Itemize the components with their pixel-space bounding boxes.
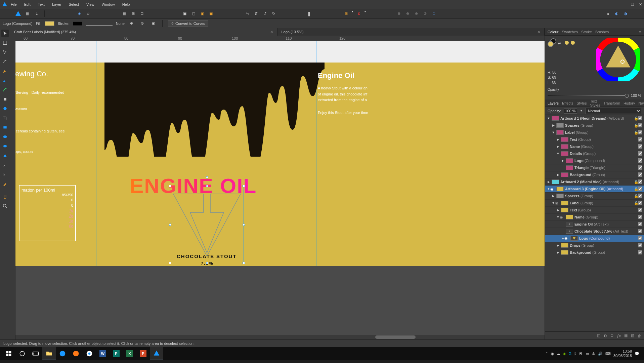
layer-visibility-checkbox[interactable] [638,187,643,192]
canvas[interactable]: rewing Co. s/Serving - Daily recommended… [10,41,545,339]
layer-expand-arrow[interactable]: ▶ [547,180,550,184]
synchronize-defaults-icon[interactable]: ◈ [76,10,83,17]
tray-bluetooth-icon[interactable]: ᛒ [574,352,576,356]
node-tool[interactable] [1,48,9,56]
opacity-value[interactable]: 100 % [631,93,641,97]
edit-all-layers-icon[interactable]: ◫ [597,333,600,338]
panel-menu-icon[interactable]: ≡ [639,30,641,34]
view-pan-tool[interactable] [1,193,9,200]
layer-row[interactable]: ▼◉Artboard 3 (Engine Oil) (Artboard)🔒 [545,186,644,193]
tab-transform[interactable]: Transform [603,101,620,105]
layer-row[interactable]: ▶Background (Group) [545,171,644,178]
taskbar-explorer-icon[interactable] [42,347,56,360]
taskbar-chrome-icon[interactable] [83,347,96,360]
crop-tool[interactable] [1,114,9,122]
taskbar-word-icon[interactable]: W [96,347,110,360]
tray-logitech-icon[interactable]: G [568,352,571,356]
tab-styles[interactable]: Styles [576,101,587,105]
selection-handle[interactable] [206,262,208,264]
horizontal-scrollbar[interactable] [15,335,545,339]
layer-expand-arrow[interactable]: ▼ [547,187,550,191]
layer-row[interactable]: ▶Background (Group) [545,249,644,256]
transform-origin-icon[interactable]: ▣ [149,20,157,27]
tab-swatches[interactable]: Swatches [562,30,578,34]
add-layer-icon[interactable]: ▦ [624,333,628,338]
layer-lock-icon[interactable]: 🔒 [634,123,638,128]
order-forward-icon[interactable]: ▣ [199,10,206,17]
menu-window[interactable]: Window [102,2,115,6]
selection-handle[interactable] [243,224,245,226]
selection-handle[interactable] [243,262,245,264]
tray-nvidia-icon[interactable]: ◈ [563,352,566,356]
layer-visibility-checkbox[interactable] [638,130,643,135]
tray-volume-icon[interactable]: 🔊 [598,352,603,356]
snap-magnet-icon[interactable]: ⊻ [355,10,362,17]
app-persona-icon[interactable] [15,10,22,17]
layer-row[interactable]: ▶Spacers (Group)🔒 [545,193,644,200]
document-tab[interactable]: Logo (13.5%) ✕ [277,28,545,36]
move-tool[interactable] [1,30,9,37]
layer-visibility-checkbox[interactable] [638,144,643,149]
tab-brushes[interactable]: Brushes [595,30,609,34]
layer-row[interactable]: ▶Logo (Compound) [545,157,644,164]
layer-expand-arrow[interactable]: ▶ [556,145,560,148]
rotate-cw-icon[interactable]: ↻ [270,10,277,17]
layer-target-icon[interactable]: ◉ [550,187,555,191]
shape-ellipse-tool[interactable] [1,133,9,140]
layer-expand-arrow[interactable]: ▼ [556,152,560,155]
layer-row[interactable]: Triangle (Triangle) [545,164,644,171]
tray-language-icon[interactable]: ⌨ [605,352,611,356]
align-left-icon[interactable]: ▌ [306,10,313,17]
layer-row[interactable]: ▶Artboard 2 (Miami Vice) (Artboard)🔒 [545,178,644,186]
layer-row[interactable]: ▶Name (Group) [545,143,644,150]
layer-lock-icon[interactable]: 🔒 [634,180,638,184]
layer-visibility-checkbox[interactable] [638,250,643,255]
menu-edit[interactable]: Edit [24,2,31,6]
taskbar-edge-icon[interactable] [56,347,69,360]
shape-rounded-tool[interactable] [1,143,9,150]
stroke-width-value[interactable]: None [116,22,125,26]
layer-visibility-checkbox[interactable] [638,215,643,220]
tab-close-icon[interactable]: ✕ [270,30,273,34]
recent-colour-swatch[interactable] [565,41,569,45]
tray-battery-icon[interactable]: ▭ [586,352,589,356]
swap-colours-icon[interactable]: ⇄ [558,41,561,45]
revert-defaults-icon[interactable]: ◇ [84,10,92,17]
chevron-down-icon[interactable]: ▼ [351,10,354,17]
layer-row[interactable]: ▼Artboard 1 (Neon Dreams) (Artboard)🔒 [545,115,644,122]
menu-help[interactable]: Help [122,2,130,6]
persona-pixel-icon[interactable]: ▦ [24,10,31,17]
layer-expand-arrow[interactable]: ▶ [552,194,555,198]
snap-pixel-icon[interactable]: ⊡ [138,10,145,17]
layer-target-icon[interactable]: ◉ [560,215,564,219]
layer-visibility-checkbox[interactable] [638,123,643,128]
tab-stroke[interactable]: Stroke [581,30,592,34]
layer-row[interactable]: ▶◉Logo (Compound) [545,235,644,242]
layer-visibility-checkbox[interactable] [638,158,643,163]
layer-expand-arrow[interactable]: ▼ [552,201,555,205]
mask-layer-icon[interactable]: ◐ [604,333,607,338]
flip-vertical-icon[interactable]: ⇵ [252,10,260,17]
blend-mode-select[interactable]: Normal [585,108,641,114]
layer-row[interactable]: AChocolate Stout 7.5% (Art Text) [545,228,644,235]
view-mode-1-icon[interactable]: ● [604,10,612,17]
document-tab[interactable]: Craft Beer Labels [Modified] (275.4%) ✕ [10,28,277,36]
hide-selection-icon[interactable]: ⊙ [139,20,146,27]
view-mode-2-icon[interactable]: ◐ [613,10,620,17]
selection-handle[interactable] [169,224,171,226]
layer-visibility-checkbox[interactable] [638,172,643,177]
layer-opacity-input[interactable] [564,108,577,114]
notifications-icon[interactable]: 💬 [635,352,639,356]
layer-row[interactable]: ▶Text (Group) [545,207,644,214]
add-pixel-layer-icon[interactable]: ▨ [631,333,634,338]
pencil-tool[interactable] [1,77,9,84]
chevron-down-icon[interactable]: ▼ [580,109,583,112]
taskbar-publisher-icon[interactable]: P [110,347,123,360]
layer-target-icon[interactable]: ◉ [564,236,569,241]
view-mode-3-icon[interactable]: ◑ [622,10,629,17]
taskbar-excel-icon[interactable]: X [123,347,136,360]
tray-overflow-icon[interactable]: ˄ [546,352,548,356]
layer-visibility-checkbox[interactable] [638,151,643,156]
menu-select[interactable]: Select [69,2,79,6]
adjustment-layer-icon[interactable]: ⊙ [610,333,613,338]
